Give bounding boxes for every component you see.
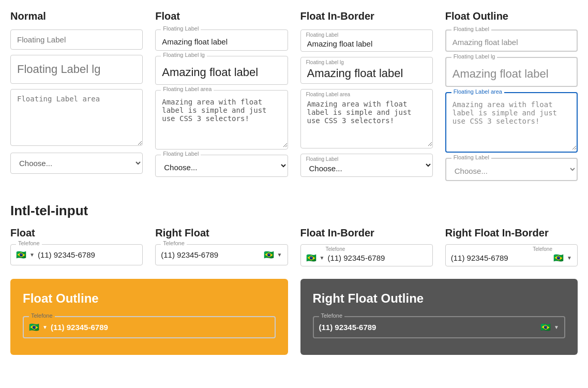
intl-float-flag: 🇧🇷 bbox=[16, 250, 26, 260]
float-select-wrapper: Floating Label Choose... bbox=[155, 155, 288, 177]
intl-float-col: Float Telefone 🇧🇷 ▼ bbox=[10, 227, 143, 266]
intl-right-float-inborder-col: Right Float In-Border Telefone 🇧🇷 ▼ bbox=[445, 227, 578, 266]
intl-right-float-title: Right Float bbox=[155, 227, 288, 239]
intl-float-inborder-input[interactable] bbox=[327, 253, 427, 262]
float-inborder-input-1-wrapper: Floating Label bbox=[300, 29, 433, 52]
float-outline-textarea[interactable]: Amazing area with float label is simple … bbox=[446, 93, 577, 150]
intl-right-float-outline-label: Telefone bbox=[319, 312, 345, 319]
float-inborder-title: Float In-Border bbox=[300, 10, 433, 22]
float-inborder-select[interactable]: Choose... bbox=[301, 154, 432, 176]
intl-float-inborder-title: Float In-Border bbox=[300, 227, 433, 239]
intl-section: Intl-tel-input Float Telefone 🇧🇷 ▼ Right… bbox=[10, 203, 578, 355]
float-column: Float Floating Label Floating Label lg F… bbox=[155, 10, 288, 186]
float-outline-textarea-wrapper: Floating Label area Amazing area with fl… bbox=[445, 92, 578, 153]
intl-top-grid: Float Telefone 🇧🇷 ▼ Right Float Telefone… bbox=[10, 227, 578, 266]
float-input-lg-wrapper: Floating Label lg bbox=[155, 56, 288, 85]
intl-float-inborder-wrapper: Telefone 🇧🇷 ▼ bbox=[300, 244, 433, 266]
intl-float-outline-card: Float Outline Telefone 🇧🇷 ▼ bbox=[10, 279, 288, 355]
intl-right-float-arrow[interactable]: ▼ bbox=[277, 252, 282, 258]
intl-float-input[interactable] bbox=[38, 250, 137, 259]
float-textarea-wrapper: Floating Label area Amazing area with fl… bbox=[155, 90, 288, 150]
intl-title: Intl-tel-input bbox=[10, 203, 578, 219]
intl-float-outline-flag: 🇧🇷 bbox=[29, 322, 39, 332]
intl-right-float-input[interactable] bbox=[161, 250, 260, 259]
intl-float-outline-label: Telefone bbox=[29, 312, 55, 319]
intl-float-inborder-flag: 🇧🇷 bbox=[306, 253, 316, 263]
intl-right-float-inborder-wrapper: Telefone 🇧🇷 ▼ bbox=[445, 244, 578, 266]
intl-right-float-outline-inner: 🇧🇷 ▼ bbox=[314, 317, 565, 337]
normal-input-lg[interactable] bbox=[10, 55, 143, 84]
intl-right-float-outline-input[interactable] bbox=[319, 323, 538, 332]
float-outline-title: Float Outline bbox=[445, 10, 578, 22]
intl-float-outline-inner: 🇧🇷 ▼ bbox=[24, 317, 275, 337]
intl-right-float-inborder-label: Telefone bbox=[533, 246, 552, 252]
float-inborder-input-lg[interactable] bbox=[301, 57, 432, 83]
intl-right-float-outline-card: Right Float Outline Telefone 🇧🇷 ▼ bbox=[300, 279, 578, 355]
intl-right-float-inborder-flag: 🇧🇷 bbox=[553, 253, 564, 263]
float-outline-input-lg[interactable] bbox=[446, 58, 577, 86]
normal-select[interactable]: Choose... bbox=[10, 153, 143, 174]
float-outline-input-1[interactable] bbox=[446, 31, 577, 51]
float-inborder-input-lg-wrapper: Floating Label lg bbox=[300, 57, 433, 84]
intl-right-float-inborder-inner: 🇧🇷 ▼ bbox=[446, 245, 577, 266]
intl-float-outline-wrapper: Telefone 🇧🇷 ▼ bbox=[23, 316, 276, 338]
float-outline-select[interactable]: Choose... bbox=[446, 159, 577, 180]
float-inborder-textarea[interactable]: Amazing area with float label is simple … bbox=[301, 89, 432, 146]
float-outline-column: Float Outline Floating Label Floating La… bbox=[445, 10, 578, 186]
float-input-1[interactable] bbox=[156, 30, 287, 50]
intl-bottom-grid: Float Outline Telefone 🇧🇷 ▼ Right Float … bbox=[10, 279, 578, 355]
intl-float-arrow[interactable]: ▼ bbox=[29, 252, 35, 258]
normal-textarea[interactable] bbox=[10, 89, 143, 146]
intl-right-float-inner: 🇧🇷 ▼ bbox=[156, 245, 287, 265]
intl-float-label: Telefone bbox=[16, 240, 42, 246]
float-input-1-wrapper: Floating Label bbox=[155, 29, 288, 51]
intl-float-outline-arrow[interactable]: ▼ bbox=[42, 324, 48, 330]
intl-float-inborder-col: Float In-Border Telefone 🇧🇷 ▼ bbox=[300, 227, 433, 266]
intl-float-outline-input[interactable] bbox=[51, 323, 269, 332]
float-textarea[interactable]: Amazing area with float label is simple … bbox=[156, 91, 287, 147]
float-select[interactable]: Choose... bbox=[156, 155, 287, 176]
intl-right-float-col: Right Float Telefone 🇧🇷 ▼ bbox=[155, 227, 288, 266]
intl-float-wrapper: Telefone 🇧🇷 ▼ bbox=[10, 244, 143, 265]
intl-right-float-inborder-arrow[interactable]: ▼ bbox=[567, 255, 572, 261]
intl-right-float-inborder-title: Right Float In-Border bbox=[445, 227, 578, 239]
normal-column: Normal Choose... bbox=[10, 10, 143, 186]
intl-right-float-inborder-input[interactable] bbox=[451, 253, 550, 262]
intl-right-float-label: Telefone bbox=[161, 240, 187, 246]
float-outline-input-1-wrapper: Floating Label bbox=[445, 29, 578, 52]
float-inborder-textarea-wrapper: Floating Label area Amazing area with fl… bbox=[300, 89, 433, 148]
float-title: Float bbox=[155, 10, 288, 22]
float-outline-input-lg-wrapper: Floating Label lg bbox=[445, 57, 578, 87]
intl-right-float-outline-wrapper: Telefone 🇧🇷 ▼ bbox=[313, 316, 566, 338]
intl-float-inborder-inner: 🇧🇷 ▼ bbox=[301, 245, 432, 266]
intl-right-float-outline-card-title: Right Float Outline bbox=[313, 291, 566, 306]
float-input-lg[interactable] bbox=[156, 56, 287, 84]
intl-right-float-flag: 🇧🇷 bbox=[264, 250, 274, 260]
float-inborder-column: Float In-Border Floating Label Floating … bbox=[300, 10, 433, 186]
float-inborder-input-1[interactable] bbox=[301, 30, 432, 51]
intl-right-float-wrapper: Telefone 🇧🇷 ▼ bbox=[155, 244, 288, 265]
intl-float-outline-card-title: Float Outline bbox=[23, 291, 276, 306]
float-outline-select-wrapper: Floating Label Choose... bbox=[445, 158, 578, 181]
intl-float-inborder-label: Telefone bbox=[326, 246, 345, 252]
intl-float-inner: 🇧🇷 ▼ bbox=[11, 245, 142, 265]
intl-right-float-outline-flag: 🇧🇷 bbox=[540, 322, 551, 332]
float-inborder-select-wrapper: Floating Label Choose... bbox=[300, 154, 433, 177]
normal-input-1[interactable] bbox=[10, 29, 143, 50]
intl-float-title: Float bbox=[10, 227, 143, 239]
intl-float-inborder-arrow[interactable]: ▼ bbox=[320, 255, 325, 261]
normal-title: Normal bbox=[10, 10, 143, 22]
intl-right-float-outline-arrow[interactable]: ▼ bbox=[554, 324, 559, 330]
